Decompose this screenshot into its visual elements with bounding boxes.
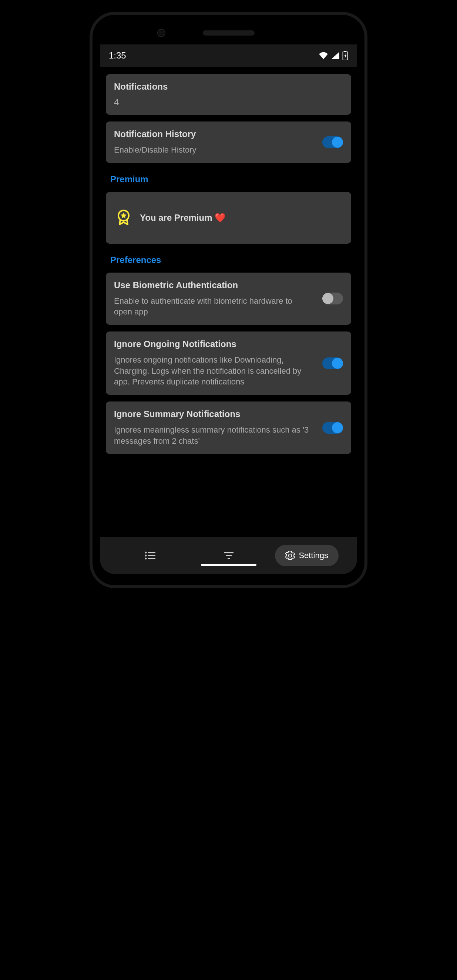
svg-point-7 (145, 558, 146, 560)
biometric-auth-card[interactable]: Use Biometric Authentication Enable to a… (106, 273, 351, 325)
phone-speaker (203, 30, 255, 35)
ignore-summary-title: Ignore Summary Notifications (114, 409, 312, 419)
notifications-count: 4 (114, 97, 343, 107)
screen: 1:35 Notifications 4 Notification Histor… (100, 26, 357, 574)
nav-settings-button[interactable]: Settings (275, 545, 339, 566)
svg-rect-4 (148, 552, 156, 553)
svg-rect-6 (148, 555, 156, 556)
history-toggle[interactable] (322, 136, 343, 148)
signal-icon (331, 52, 339, 59)
toggle-thumb (332, 137, 343, 148)
phone-camera (157, 29, 165, 37)
bottom-nav: Settings (100, 537, 357, 574)
home-indicator[interactable] (201, 564, 256, 566)
ignore-ongoing-toggle[interactable] (322, 357, 343, 369)
premium-badge-icon (116, 210, 131, 226)
premium-section-header: Premium (110, 174, 351, 185)
notifications-title: Notifications (114, 81, 343, 92)
toggle-thumb (322, 293, 333, 304)
status-bar: 1:35 (100, 45, 357, 67)
nav-filter-button[interactable] (189, 552, 268, 559)
phone-frame: 1:35 Notifications 4 Notification Histor… (92, 15, 365, 585)
history-desc: Enable/Disable History (114, 145, 312, 156)
ignore-ongoing-title: Ignore Ongoing Notifications (114, 339, 312, 349)
nav-list-button[interactable] (111, 552, 189, 560)
nav-settings-label: Settings (298, 551, 328, 560)
svg-rect-8 (148, 558, 156, 559)
svg-rect-10 (226, 555, 232, 556)
ignore-summary-card[interactable]: Ignore Summary Notifications Ignores mea… (106, 401, 351, 454)
filter-icon (224, 552, 233, 559)
svg-rect-9 (224, 552, 233, 553)
gear-icon (285, 551, 295, 560)
ignore-summary-toggle[interactable] (322, 422, 343, 434)
biometric-desc: Enable to authenticate with biometric ha… (114, 296, 312, 317)
premium-status-text: You are Premium ❤️ (140, 213, 226, 223)
wifi-icon (319, 52, 328, 59)
toggle-thumb (332, 422, 343, 433)
history-title: Notification History (114, 129, 312, 139)
premium-card[interactable]: You are Premium ❤️ (106, 192, 351, 244)
status-icons (319, 51, 348, 60)
svg-point-5 (145, 555, 146, 557)
biometric-title: Use Biometric Authentication (114, 280, 312, 290)
svg-point-3 (145, 552, 146, 554)
ignore-ongoing-desc: Ignores ongoing notifications like Downl… (114, 355, 312, 387)
nav-settings-wrapper: Settings (268, 545, 346, 566)
status-time: 1:35 (109, 50, 126, 61)
svg-rect-11 (228, 558, 230, 559)
ignore-ongoing-card[interactable]: Ignore Ongoing Notifications Ignores ong… (106, 331, 351, 395)
battery-charging-icon (342, 51, 348, 60)
content-area[interactable]: Notifications 4 Notification History Ena… (100, 67, 357, 537)
preferences-section-header: Preferences (110, 255, 351, 265)
list-icon (145, 552, 156, 560)
notifications-card[interactable]: Notifications 4 (106, 74, 351, 115)
notification-history-card[interactable]: Notification History Enable/Disable Hist… (106, 121, 351, 163)
biometric-toggle[interactable] (322, 293, 343, 304)
toggle-thumb (332, 358, 343, 369)
ignore-summary-desc: Ignores meaningless summary notification… (114, 425, 312, 446)
